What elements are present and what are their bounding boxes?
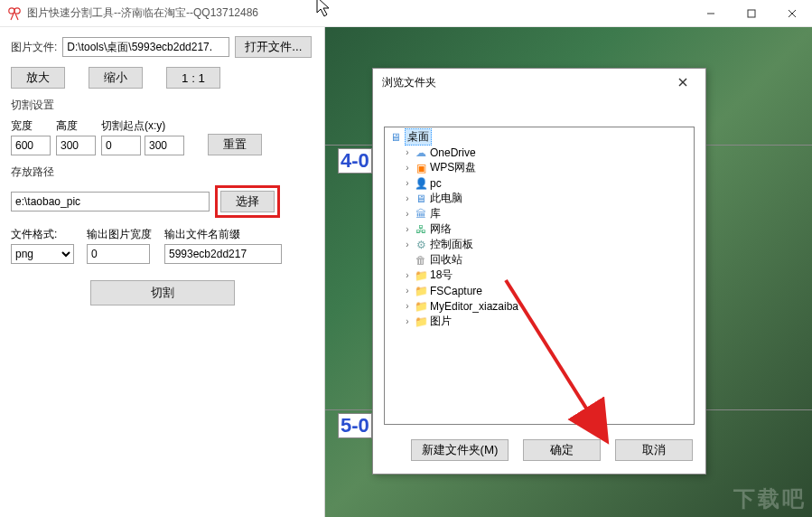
folder-tree[interactable]: 🖥 桌面 ›☁OneDrive›▣WPS网盘›👤pc›🖥此电脑›🏛库›🖧网络›⚙… — [384, 127, 695, 425]
format-select[interactable]: png — [11, 244, 74, 264]
save-path-input[interactable] — [11, 192, 210, 212]
tree-item[interactable]: ›🖥此电脑 — [385, 191, 694, 206]
origin-label: 切割起点(x:y) — [101, 118, 184, 134]
svg-rect-3 — [748, 10, 755, 17]
file-label: 图片文件: — [11, 40, 57, 55]
cancel-button[interactable]: 取消 — [615, 439, 693, 461]
ok-button[interactable]: 确定 — [523, 439, 601, 461]
out-width-input[interactable] — [87, 244, 150, 264]
tree-item-label: 此电脑 — [430, 191, 462, 206]
tree-item-label: 控制面板 — [430, 237, 473, 252]
maximize-button[interactable] — [731, 0, 771, 27]
expand-icon[interactable]: › — [403, 147, 412, 157]
tree-item-label: 18号 — [430, 268, 453, 283]
tree-item-label: WPS网盘 — [430, 160, 476, 175]
folder-icon: 📁 — [414, 269, 428, 282]
titlebar: 图片快速分割工具--济南临在淘宝--QQ13712486 — [0, 0, 812, 27]
cut-button[interactable]: 切割 — [90, 280, 235, 306]
left-panel: 图片文件: 打开文件... 放大 缩小 1 : 1 切割设置 宽度 高度 切割起… — [0, 27, 325, 517]
tree-item[interactable]: ›🖧网络 — [385, 221, 694, 237]
expand-icon[interactable]: › — [403, 193, 412, 203]
dialog-close-button[interactable] — [669, 69, 696, 96]
prefix-input[interactable] — [164, 244, 282, 264]
tree-item[interactable]: ›☁OneDrive — [385, 145, 694, 160]
window-buttons — [690, 0, 812, 27]
new-folder-button[interactable]: 新建文件夹(M) — [411, 439, 509, 461]
tree-item[interactable]: ›🏛库 — [385, 206, 694, 221]
app-icon — [7, 6, 22, 21]
tree-item-label: MyEditor_xiazaiba — [430, 300, 518, 313]
width-label: 宽度 — [11, 118, 51, 134]
tree-item-label: FSCapture — [430, 285, 482, 297]
tree-item[interactable]: ›👤pc — [385, 175, 694, 191]
tree-item[interactable]: 🗑回收站 — [385, 252, 694, 268]
expand-icon[interactable]: › — [403, 286, 412, 296]
dialog-title: 浏览文件夹 — [382, 75, 669, 90]
tree-item-label: OneDrive — [430, 146, 476, 159]
tree-item-label: pc — [430, 177, 442, 190]
slice-label-4: 4-0 — [338, 148, 372, 174]
expand-icon[interactable]: › — [403, 316, 412, 326]
expand-icon[interactable]: › — [403, 163, 412, 173]
cloud-icon: ☁ — [414, 146, 428, 159]
zoom-in-button[interactable]: 放大 — [11, 67, 65, 89]
tree-item[interactable]: ›📁FSCapture — [385, 283, 694, 298]
zoom-11-button[interactable]: 1 : 1 — [166, 67, 220, 89]
dialog-titlebar: 浏览文件夹 — [373, 69, 705, 96]
monitor-icon: 🖥 — [414, 193, 428, 205]
prefix-label: 输出文件名前缀 — [164, 227, 282, 242]
expand-icon[interactable]: › — [403, 270, 412, 280]
pc-icon: 👤 — [414, 177, 428, 190]
file-path-input[interactable] — [62, 37, 229, 57]
cut-settings-label: 切割设置 — [11, 98, 313, 113]
origin-y-input[interactable] — [145, 136, 184, 155]
tree-item-label: 网络 — [430, 221, 452, 237]
lib-icon: 🏛 — [414, 208, 428, 221]
tree-item[interactable]: ›📁图片 — [385, 314, 694, 329]
height-input[interactable] — [56, 136, 96, 155]
tree-item[interactable]: ›▣WPS网盘 — [385, 160, 694, 175]
minimize-button[interactable] — [690, 0, 731, 27]
folder-icon: 📁 — [414, 300, 428, 313]
reset-button[interactable]: 重置 — [208, 134, 262, 155]
expand-icon[interactable]: › — [403, 240, 412, 249]
folder-icon: 📁 — [414, 315, 428, 328]
slice-label-5: 5-0 — [338, 413, 372, 438]
net-icon: 🖧 — [414, 223, 428, 236]
tree-item[interactable]: ›⚙控制面板 — [385, 237, 694, 252]
choose-path-button[interactable]: 选择 — [220, 191, 275, 212]
tree-item[interactable]: ›📁18号 — [385, 268, 694, 283]
width-input[interactable] — [11, 136, 51, 155]
tree-item-label: 库 — [430, 206, 441, 221]
wps-icon: ▣ — [414, 162, 428, 174]
expand-icon[interactable]: › — [403, 224, 412, 234]
tree-item-label: 回收站 — [430, 252, 462, 268]
expand-icon[interactable]: › — [403, 301, 412, 311]
browse-folder-dialog: 浏览文件夹 🖥 桌面 ›☁OneDrive›▣WPS网盘›👤pc›🖥此电脑›🏛库… — [372, 68, 706, 475]
watermark: 下载吧 — [733, 484, 807, 513]
tree-item-label: 图片 — [430, 314, 452, 329]
format-label: 文件格式: — [11, 227, 74, 242]
origin-x-input[interactable] — [101, 136, 141, 155]
open-file-button[interactable]: 打开文件... — [235, 36, 312, 58]
folder-icon: 📁 — [414, 285, 428, 297]
highlight-choose: 选择 — [215, 185, 280, 218]
desktop-icon: 🖥 — [388, 131, 403, 144]
height-label: 高度 — [56, 118, 96, 134]
save-path-label: 存放路径 — [11, 164, 313, 180]
tree-item[interactable]: ›📁MyEditor_xiazaiba — [385, 298, 694, 314]
expand-icon[interactable]: › — [403, 209, 412, 219]
zoom-out-button[interactable]: 缩小 — [89, 67, 143, 89]
panel-icon: ⚙ — [414, 239, 428, 251]
window-title: 图片快速分割工具--济南临在淘宝--QQ13712486 — [27, 5, 690, 21]
close-button[interactable] — [771, 0, 812, 27]
trash-icon: 🗑 — [414, 254, 428, 267]
expand-icon[interactable]: › — [403, 178, 412, 188]
out-width-label: 输出图片宽度 — [87, 227, 152, 242]
tree-item-desktop[interactable]: 🖥 桌面 — [385, 129, 694, 145]
